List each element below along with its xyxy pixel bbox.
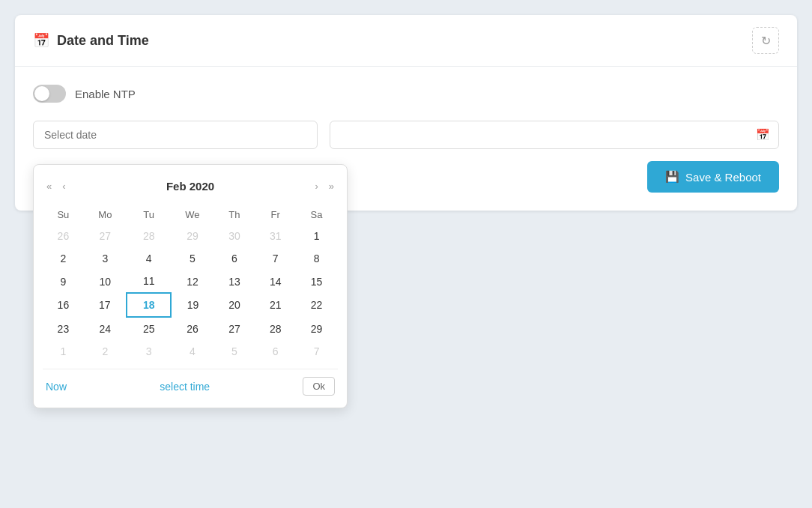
calendar-day[interactable]: 29 xyxy=(296,317,337,340)
calendar-day[interactable]: 14 xyxy=(255,270,296,293)
calendar-day[interactable]: 17 xyxy=(84,293,127,317)
calendar-day[interactable]: 21 xyxy=(255,293,296,317)
calendar-day[interactable]: 15 xyxy=(296,270,337,293)
calendar-day[interactable]: 3 xyxy=(127,340,171,363)
prev-year-button[interactable]: « xyxy=(43,179,55,193)
day-header-th: Th xyxy=(214,205,255,225)
calendar-day[interactable]: 31 xyxy=(255,225,296,247)
day-header-we: We xyxy=(171,205,213,225)
date-input-wrapper xyxy=(33,121,318,149)
calendar-day[interactable]: 2 xyxy=(84,340,127,363)
calendar-day[interactable]: 26 xyxy=(43,225,84,247)
calendar-day[interactable]: 16 xyxy=(43,293,84,317)
calendar-day[interactable]: 23 xyxy=(43,317,84,340)
calendar-week-row: 16171819202122 xyxy=(43,293,337,317)
day-header-sa: Sa xyxy=(296,205,337,225)
calendar-day[interactable]: 7 xyxy=(255,247,296,270)
calendar-nav: « ‹ Feb 2020 › » xyxy=(43,174,338,199)
calendar-day[interactable]: 2 xyxy=(43,247,84,270)
ntp-row: Enable NTP xyxy=(33,85,779,103)
calendar-footer: Now select time Ok xyxy=(43,369,338,399)
save-reboot-button[interactable]: 💾 Save & Reboot xyxy=(647,161,779,193)
calendar-day[interactable]: 6 xyxy=(255,340,296,363)
calendar-grid: Su Mo Tu We Th Fr Sa 2627282930311234567… xyxy=(43,205,338,363)
date-time-card: 📅 Date and Time ↻ Enable NTP 📅 xyxy=(15,15,797,211)
day-header-su: Su xyxy=(43,205,84,225)
card-header: 📅 Date and Time ↻ xyxy=(15,15,797,67)
calendar-day[interactable]: 12 xyxy=(171,270,213,293)
calendar-day[interactable]: 4 xyxy=(127,247,171,270)
calendar-day[interactable]: 24 xyxy=(84,317,127,340)
ntp-label: Enable NTP xyxy=(75,88,136,100)
calendar-day[interactable]: 9 xyxy=(43,270,84,293)
calendar-week-row: 9101112131415 xyxy=(43,270,337,293)
select-time-button[interactable]: select time xyxy=(160,381,210,393)
calendar-day[interactable]: 18 xyxy=(127,293,171,317)
calendar-day[interactable]: 13 xyxy=(214,270,255,293)
calendar-day[interactable]: 1 xyxy=(296,225,337,247)
cal-nav-left: « ‹ xyxy=(43,179,70,193)
calendar-day[interactable]: 6 xyxy=(214,247,255,270)
calendar-day[interactable]: 11 xyxy=(127,270,171,293)
calendar-day[interactable]: 30 xyxy=(214,225,255,247)
calendar-day[interactable]: 10 xyxy=(84,270,127,293)
date-input[interactable] xyxy=(33,121,318,149)
time-calendar-icon: 📅 xyxy=(756,128,770,142)
next-month-button[interactable]: › xyxy=(311,179,321,193)
day-header-fr: Fr xyxy=(255,205,296,225)
datetime-row: 📅 xyxy=(33,121,779,149)
calendar-day[interactable]: 25 xyxy=(127,317,171,340)
calendar-day[interactable]: 7 xyxy=(296,340,337,363)
now-button[interactable]: Now xyxy=(46,381,67,393)
page-title: Date and Time xyxy=(57,33,149,49)
calendar-day[interactable]: 28 xyxy=(255,317,296,340)
calendar-day[interactable]: 27 xyxy=(84,225,127,247)
save-reboot-label: Save & Reboot xyxy=(685,171,761,184)
card-title: 📅 Date and Time xyxy=(33,32,149,49)
calendar-icon: 📅 xyxy=(33,32,49,49)
calendar-week-row: 1234567 xyxy=(43,340,337,363)
card-body: Enable NTP 📅 💾 Save & Reboot xyxy=(15,67,797,211)
calendar-day[interactable]: 29 xyxy=(171,225,213,247)
time-input[interactable] xyxy=(330,121,779,149)
ok-button[interactable]: Ok xyxy=(303,377,335,396)
refresh-button[interactable]: ↻ xyxy=(752,27,779,54)
day-header-mo: Mo xyxy=(84,205,127,225)
calendar-header-row: Su Mo Tu We Th Fr Sa xyxy=(43,205,337,225)
calendar-day[interactable]: 1 xyxy=(43,340,84,363)
cal-nav-right: › » xyxy=(311,179,338,193)
save-icon: 💾 xyxy=(665,170,679,184)
calendar-day[interactable]: 8 xyxy=(296,247,337,270)
calendar-day[interactable]: 26 xyxy=(171,317,213,340)
calendar-month-year: Feb 2020 xyxy=(166,180,214,193)
calendar-day[interactable]: 3 xyxy=(84,247,127,270)
calendar-day[interactable]: 19 xyxy=(171,293,213,317)
calendar-week-row: 2345678 xyxy=(43,247,337,270)
calendar-day[interactable]: 5 xyxy=(171,247,213,270)
calendar-popup: « ‹ Feb 2020 › » Su Mo Tu xyxy=(33,164,348,408)
next-year-button[interactable]: » xyxy=(325,179,338,193)
calendar-day[interactable]: 5 xyxy=(214,340,255,363)
calendar-day[interactable]: 4 xyxy=(171,340,213,363)
calendar-week-row: 23242526272829 xyxy=(43,317,337,340)
calendar-day[interactable]: 28 xyxy=(127,225,171,247)
prev-month-button[interactable]: ‹ xyxy=(58,179,69,193)
calendar-day[interactable]: 27 xyxy=(214,317,255,340)
page-container: 📅 Date and Time ↻ Enable NTP 📅 xyxy=(0,0,812,508)
calendar-day[interactable]: 22 xyxy=(296,293,337,317)
ntp-toggle[interactable] xyxy=(33,85,66,103)
time-input-wrapper: 📅 xyxy=(330,121,779,149)
calendar-day[interactable]: 20 xyxy=(214,293,255,317)
calendar-week-row: 2627282930311 xyxy=(43,225,337,247)
day-header-tu: Tu xyxy=(127,205,171,225)
